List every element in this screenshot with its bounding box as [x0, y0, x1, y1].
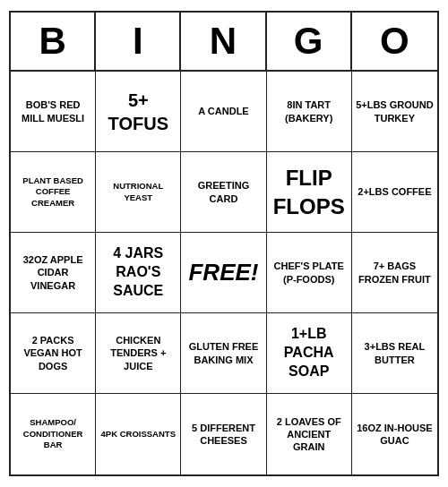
bingo-cell-6: NUTRIONAL YEAST: [96, 152, 181, 233]
bingo-cell-8: FLIP FLOPS: [267, 152, 352, 233]
header-letter-g: G: [267, 13, 352, 70]
bingo-cell-19: 3+lbs REAL BUTTER: [352, 313, 437, 394]
bingo-cell-23: 2 LOAVES OF ANCIENT GRAIN: [267, 394, 352, 474]
bingo-cell-11: 4 JARS RAO'S SAUCE: [96, 233, 181, 313]
header-letter-n: N: [181, 13, 266, 70]
bingo-cell-18: 1+lb PACHA SOAP: [267, 313, 352, 394]
header-letter-b: B: [11, 13, 96, 70]
bingo-cell-21: 4pk CROISSANTS: [96, 394, 181, 474]
bingo-cell-15: 2 PACKS VEGAN HOT DOGS: [11, 313, 96, 394]
header-letter-o: O: [352, 13, 437, 70]
bingo-cell-24: 16oz IN-HOUSE GUAC: [352, 394, 437, 474]
bingo-cell-16: CHICKEN TENDERS + JUICE: [96, 313, 181, 394]
bingo-card: BINGO BOB'S RED MILL MUESLI5+ TOFUSA CAN…: [9, 11, 439, 476]
bingo-cell-2: A CANDLE: [181, 72, 266, 152]
bingo-cell-4: 5+lbs GROUND TURKEY: [352, 72, 437, 152]
bingo-cell-12: Free!: [181, 233, 266, 313]
header-letter-i: I: [96, 13, 181, 70]
bingo-cell-14: 7+ BAGS FROZEN FRUIT: [352, 233, 437, 313]
bingo-cell-0: BOB'S RED MILL MUESLI: [11, 72, 96, 152]
bingo-cell-17: GLUTEN FREE BAKING MIX: [181, 313, 266, 394]
bingo-header: BINGO: [11, 13, 437, 72]
bingo-cell-3: 8in TART (BAKERY): [267, 72, 352, 152]
bingo-cell-1: 5+ TOFUS: [96, 72, 181, 152]
bingo-cell-7: GREETING CARD: [181, 152, 266, 233]
bingo-cell-9: 2+LBS COFFEE: [352, 152, 437, 233]
bingo-grid: BOB'S RED MILL MUESLI5+ TOFUSA CANDLE8in…: [11, 72, 437, 474]
bingo-cell-20: SHAMPOO/ CONDITIONER BAR: [11, 394, 96, 474]
bingo-cell-22: 5 DIFFERENT CHEESES: [181, 394, 266, 474]
bingo-cell-10: 32oz APPLE CIDAR VINEGAR: [11, 233, 96, 313]
bingo-cell-5: PLANT BASED COFFEE CREAMER: [11, 152, 96, 233]
bingo-cell-13: CHEF'S PLATE (P-FOODS): [267, 233, 352, 313]
